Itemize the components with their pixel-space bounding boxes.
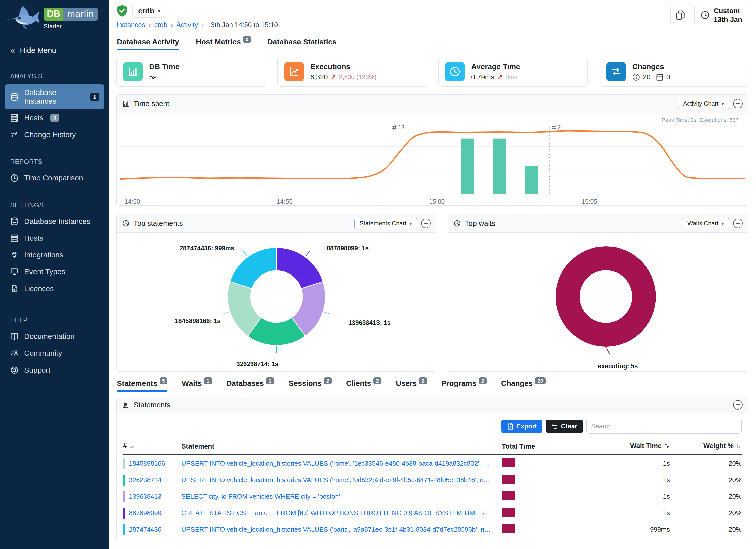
collapse-panel-button[interactable]: −	[733, 99, 743, 108]
swap-arrows-icon	[606, 62, 626, 81]
column-header-statement[interactable]: Statement	[181, 443, 502, 450]
tab-label: Statements	[117, 379, 157, 387]
sidebar-item-support[interactable]: Support	[5, 362, 104, 378]
chevron-down-icon: ▾	[409, 221, 412, 226]
tab-database-activity[interactable]: Database Activity	[117, 38, 179, 50]
topbar-actions: Custom 13th Jan	[670, 4, 748, 26]
statement-text[interactable]: CREATE STATISTICS __auto__ FROM [63] WIT…	[181, 509, 502, 517]
chart-select-label: Statements Chart	[360, 220, 407, 227]
donut-label: 887898099: 1s	[327, 245, 369, 252]
event-count: 0	[666, 73, 670, 81]
time-spent-chart[interactable]: ⇄ 18⇄ 214:5014:5515:0015:05	[120, 123, 745, 206]
sidebar-item-settings-database-instances[interactable]: Database Instances	[5, 213, 104, 229]
column-header-weight[interactable]: Weight %	[670, 442, 742, 451]
top-waits-body: executing: 5s	[448, 233, 748, 371]
total-time-cell	[502, 508, 607, 518]
column-header-total-time[interactable]: Total Time	[502, 443, 607, 450]
statement-id-cell: 139638413	[123, 491, 181, 502]
table-row[interactable]: 887898099 CREATE STATISTICS __auto__ FRO…	[123, 505, 742, 521]
statement-id-link[interactable]: 887898099	[129, 509, 161, 517]
statement-id-link[interactable]: 139638413	[129, 493, 161, 500]
sidebar-item-database-instances[interactable]: Database Instances 1	[5, 84, 104, 109]
brand-logo[interactable]: DBmarlin Starter	[0, 0, 109, 36]
count-badge: 2	[419, 377, 427, 384]
delta-up-arrow-icon: ↗	[497, 73, 503, 81]
calendar-icon[interactable]	[656, 73, 663, 81]
statement-text[interactable]: UPSERT INTO vehicle_location_histories V…	[181, 460, 502, 467]
hide-menu-button[interactable]: « Hide Menu	[0, 39, 109, 61]
clock-icon	[10, 174, 19, 182]
sort-desc-icon	[736, 443, 742, 449]
table-row[interactable]: 326238714 UPSERT INTO vehicle_location_h…	[123, 472, 742, 488]
sidebar-item-event-types[interactable]: Event Types	[5, 264, 104, 280]
sort-asc-icon	[664, 443, 670, 449]
copy-link-button[interactable]	[670, 4, 690, 26]
statement-color-chip	[123, 524, 125, 535]
wait-time-value: 999ms	[607, 526, 670, 533]
breadcrumb-instance[interactable]: crdb	[154, 21, 168, 29]
statement-text[interactable]: SELECT city, id FROM vehicles WHERE city…	[181, 493, 502, 500]
tab-statements[interactable]: Statements5	[117, 379, 167, 392]
tab-database-statistics[interactable]: Database Statistics	[267, 38, 336, 50]
table-row[interactable]: 139638413 SELECT city, id FROM vehicles …	[123, 488, 742, 505]
pie-chart-icon	[122, 220, 130, 227]
search-input[interactable]	[586, 419, 742, 434]
total-time-bar	[502, 491, 515, 500]
sidebar-item-community[interactable]: Community	[5, 345, 104, 361]
table-row[interactable]: 287474436 UPSERT INTO vehicle_location_h…	[123, 521, 742, 538]
column-header-wait-time[interactable]: Wait Time	[607, 442, 670, 451]
tab-waits[interactable]: Waits1	[182, 379, 212, 392]
metric-value: 6,320	[310, 73, 328, 81]
waits-donut-chart[interactable]	[547, 238, 665, 355]
instance-selector[interactable]: crdb ▾	[132, 4, 166, 18]
tab-sessions[interactable]: Sessions2	[289, 379, 332, 392]
table-header: # Statement Total Time Wait Time Weight …	[123, 438, 742, 455]
collapse-panel-button[interactable]: −	[421, 219, 431, 228]
column-header-id[interactable]: #	[123, 442, 181, 451]
tab-databases[interactable]: Databases1	[226, 379, 274, 392]
metric-card-db-time: DB Time 5s	[116, 57, 265, 87]
brand-db-badge: DB	[44, 8, 63, 21]
breadcrumb-instances[interactable]: Instances	[116, 21, 145, 29]
statement-id-cell: 326238714	[123, 475, 181, 486]
weight-value: 20%	[670, 526, 742, 533]
info-icon[interactable]	[632, 73, 640, 81]
activity-chart-select[interactable]: Activity Chart ▾	[678, 98, 729, 109]
collapse-panel-button[interactable]: −	[733, 219, 743, 228]
breadcrumb-activity[interactable]: Activity	[176, 21, 198, 29]
collapse-panel-button[interactable]: −	[733, 400, 743, 410]
wait-time-value: 1s	[607, 509, 670, 517]
time-range-button[interactable]: Custom 13th Jan	[694, 4, 748, 26]
statement-id-link[interactable]: 1845898166	[129, 460, 165, 467]
statements-list-icon	[122, 401, 130, 409]
export-icon	[507, 422, 513, 430]
total-time-cell	[502, 475, 607, 485]
sidebar-item-licences[interactable]: Licences	[5, 281, 104, 297]
waits-chart-select[interactable]: Waits Chart ▾	[682, 218, 729, 229]
chart-icon	[122, 100, 130, 107]
count-badge: 5	[160, 377, 167, 384]
statements-donut-chart[interactable]	[219, 239, 334, 354]
time-range-date: 13th Jan	[714, 15, 742, 24]
statement-text[interactable]: UPSERT INTO vehicle_location_histories V…	[181, 526, 502, 533]
sidebar-item-change-history[interactable]: Change History	[5, 127, 104, 143]
sidebar-item-time-comparison[interactable]: Time Comparison	[5, 170, 104, 186]
tab-clients[interactable]: Clients2	[346, 379, 381, 392]
statement-text[interactable]: UPSERT INTO vehicle_location_histories V…	[181, 476, 502, 484]
sidebar-item-hosts[interactable]: Hosts 0	[5, 110, 104, 126]
sidebar-item-settings-hosts[interactable]: Hosts	[5, 230, 104, 246]
tab-programs[interactable]: Programs2	[441, 379, 487, 392]
statement-id-link[interactable]: 287474436	[129, 526, 161, 533]
clear-button[interactable]: Clear	[546, 420, 583, 433]
tab-host-metrics[interactable]: Host Metrics0	[196, 38, 251, 50]
table-row[interactable]: 1845898166 UPSERT INTO vehicle_location_…	[123, 455, 742, 472]
tab-changes[interactable]: Changes20	[501, 379, 546, 392]
tab-users[interactable]: Users2	[396, 379, 427, 392]
sidebar-item-integrations[interactable]: Integrations	[5, 247, 104, 263]
pie-chart-icon	[453, 220, 461, 227]
statements-chart-select[interactable]: Statements Chart ▾	[354, 218, 417, 229]
metric-cards: DB Time 5s Executions 6,320 ↗ 2,830 (123…	[109, 50, 756, 94]
export-button[interactable]: Export	[501, 420, 542, 433]
sidebar-item-documentation[interactable]: Documentation	[5, 328, 104, 344]
statement-id-link[interactable]: 326238714	[129, 476, 161, 484]
